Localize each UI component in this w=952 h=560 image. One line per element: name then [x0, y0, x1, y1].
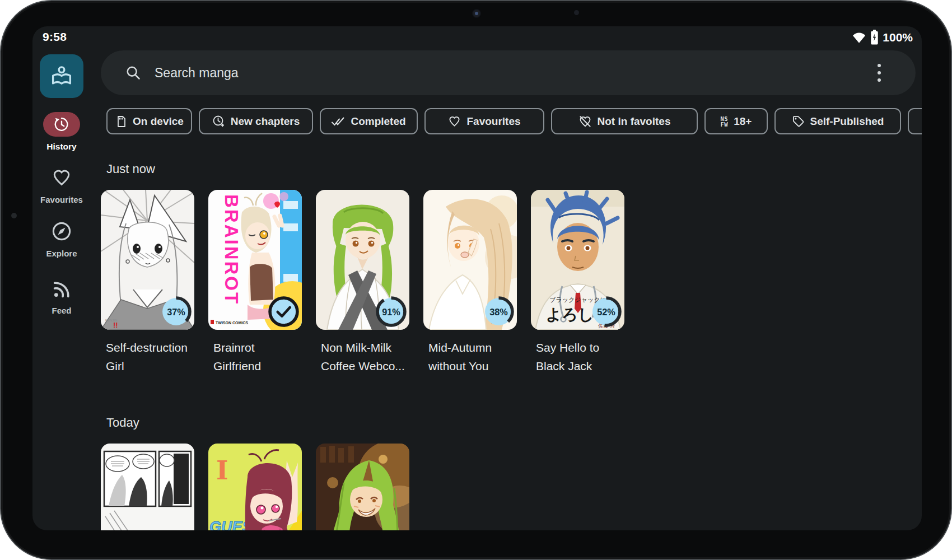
- bezel-side-dot: [11, 213, 17, 218]
- progress-badge: 38%: [483, 296, 514, 327]
- manga-card-today-1[interactable]: RAISE: [101, 444, 194, 530]
- sidebar-item-feed[interactable]: Feed: [32, 279, 91, 315]
- compass-icon: [51, 221, 72, 242]
- chip-label: Not in favoites: [598, 115, 671, 128]
- overflow-menu-button[interactable]: [867, 61, 891, 85]
- manga-card-non-milk-milk-coffee[interactable]: 91% Non Milk-Milk Coffee Webco...: [316, 190, 409, 375]
- manga-card-today-2[interactable]: I GUESS my ROOM MATE: [208, 444, 302, 530]
- progress-badge: 37%: [161, 296, 192, 327]
- heart-icon: [52, 167, 72, 188]
- nsfw-icon: NS FW: [721, 116, 729, 127]
- tablet-bezel: 9:58 100%: [0, 0, 952, 560]
- navigation-rail: History Favourites Explore: [32, 26, 99, 530]
- manga-title: Mid-Autumn without You: [423, 338, 517, 375]
- rss-icon: [52, 279, 72, 300]
- manga-cover[interactable]: 38%: [423, 190, 517, 330]
- kebab-icon: [877, 63, 881, 82]
- battery-percent: 100%: [883, 31, 913, 44]
- filter-chip-favourites[interactable]: Favourites: [424, 108, 544, 134]
- sidebar-item-label: Explore: [32, 249, 91, 258]
- camera-lens-glint: [475, 12, 478, 15]
- manga-title: Brainrot Girlfriend: [208, 338, 302, 375]
- sd-card-icon: [115, 115, 127, 128]
- manga-cover[interactable]: I GUESS my ROOM MATE: [208, 444, 302, 530]
- search-bar[interactable]: Search manga: [101, 50, 916, 95]
- progress-badge: 91%: [376, 296, 407, 327]
- chip-label: On device: [133, 115, 184, 128]
- cover-art-green-hair-bar: [316, 444, 409, 530]
- search-icon: [125, 65, 141, 81]
- manga-card-say-hello-to-black-jack[interactable]: ブラックジャックに よろしく 佐藤 秀 52% Say Hello to Bla…: [531, 190, 624, 375]
- chip-label: 18+: [734, 115, 752, 128]
- section-header-just-now: Just now: [106, 162, 155, 176]
- filter-chip-row: On device New chapters Completed: [106, 108, 922, 136]
- cover-publisher-text: TWISON COMICS: [216, 321, 248, 325]
- chip-label: Completed: [351, 115, 405, 128]
- progress-percent-label: 91%: [382, 307, 400, 317]
- manga-title: Say Hello to Black Jack: [531, 338, 624, 375]
- history-icon: [54, 116, 69, 132]
- manga-cover[interactable]: RAISE: [101, 444, 194, 530]
- filter-chip-not-in-favourites[interactable]: Not in favoites: [551, 108, 698, 134]
- filter-chip-partial[interactable]: [908, 108, 922, 134]
- manga-card-today-3[interactable]: [316, 444, 409, 530]
- chip-label: Favourites: [466, 115, 520, 128]
- app-logo[interactable]: [40, 54, 83, 98]
- sidebar-item-label: Feed: [32, 306, 91, 315]
- wifi-icon: [852, 30, 866, 45]
- filter-chip-18plus[interactable]: NS FW 18+: [704, 108, 768, 134]
- manga-cover[interactable]: KENJIN !! 37%: [101, 190, 194, 330]
- sidebar-item-history-indicator[interactable]: [43, 112, 80, 137]
- sidebar-item-label: Favourites: [32, 195, 91, 204]
- tag-icon: [792, 115, 805, 128]
- status-icons: 100%: [852, 30, 913, 45]
- cover-red-mark: !!: [113, 321, 118, 329]
- light-sensor: [574, 10, 579, 15]
- double-check-icon: [332, 115, 345, 128]
- manga-title: Self-destruction Girl: [101, 338, 194, 375]
- progress-percent-label: 52%: [597, 307, 615, 317]
- progress-badge: 52%: [591, 296, 622, 327]
- manga-card-self-destruction-girl[interactable]: KENJIN !! 37% Self-destruction Girl: [101, 190, 194, 375]
- progress-percent-label: 37%: [167, 307, 185, 317]
- manga-cover[interactable]: 91%: [316, 190, 409, 330]
- manga-cover[interactable]: BRAINROT TWISON COM: [208, 190, 302, 330]
- manga-cover[interactable]: [316, 444, 409, 530]
- completed-badge: [268, 296, 299, 327]
- filter-chip-self-published[interactable]: Self-Published: [774, 108, 901, 134]
- mihon-book-icon: [50, 64, 73, 88]
- filter-chip-completed[interactable]: Completed: [320, 108, 418, 134]
- sidebar-item-explore[interactable]: Explore: [32, 221, 91, 258]
- sidebar-item-label: History: [46, 142, 76, 151]
- battery-charging-icon: [870, 30, 879, 45]
- app-screen: 9:58 100%: [32, 26, 922, 530]
- history-row-just-now: KENJIN !! 37% Self-destruction Girl: [101, 190, 624, 375]
- filter-chip-on-device[interactable]: On device: [106, 108, 192, 134]
- chip-label: New chapters: [231, 115, 300, 128]
- history-row-today: RAISE I GU: [101, 444, 409, 530]
- manga-cover[interactable]: ブラックジャックに よろしく 佐藤 秀 52%: [531, 190, 624, 330]
- cover-art-guess-my-roommate: I GUESS my ROOM MATE: [208, 444, 302, 530]
- cover-text-i: I: [216, 455, 228, 486]
- search-placeholder: Search manga: [155, 66, 239, 81]
- heart-icon: [448, 115, 461, 128]
- clock-plus-icon: [212, 115, 225, 128]
- filter-chip-new-chapters[interactable]: New chapters: [199, 108, 313, 134]
- chip-label: Self-Published: [810, 115, 884, 128]
- section-header-today: Today: [106, 416, 139, 430]
- heart-off-icon: [578, 115, 592, 128]
- manga-title: Non Milk-Milk Coffee Webco...: [316, 338, 409, 375]
- progress-percent-label: 38%: [489, 307, 508, 317]
- sidebar-item-history[interactable]: History: [32, 142, 91, 152]
- manga-card-brainrot-girlfriend[interactable]: BRAINROT TWISON COM: [208, 190, 302, 375]
- cover-art-bw-manga-page: RAISE: [101, 444, 194, 530]
- sidebar-item-favourites[interactable]: Favourites: [32, 167, 91, 204]
- manga-card-mid-autumn-without-you[interactable]: 38% Mid-Autumn without You: [423, 190, 517, 375]
- cover-title-text: BRAINROT: [221, 194, 242, 305]
